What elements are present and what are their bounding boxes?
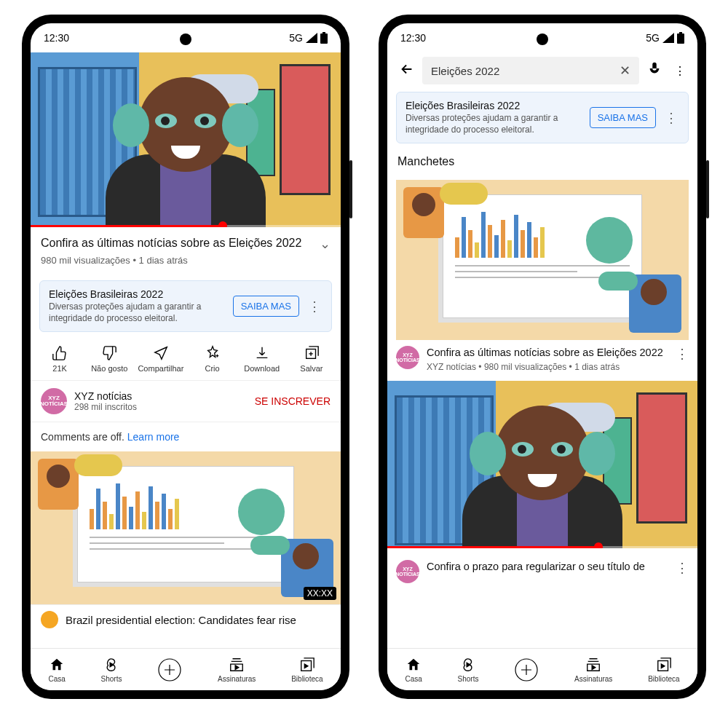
status-time: 12:30 — [400, 32, 426, 44]
result-channel-avatar-2[interactable]: XYZ NOTÍCIAS — [396, 560, 419, 583]
nav-create[interactable] — [157, 657, 182, 682]
mic-button[interactable] — [642, 57, 667, 84]
dislike-button[interactable]: Não gosto — [88, 345, 130, 373]
signal-icon — [662, 33, 674, 43]
banner-title: Eleições Brasileiras 2022 — [405, 100, 582, 111]
video-progress — [387, 546, 697, 548]
channel-avatar[interactable]: XYZ NOTÍCIAS — [41, 388, 67, 414]
result-title: Confira as últimas notícias sobre as Ele… — [427, 346, 668, 360]
content-area: Confira as últimas notícias sobre as Ele… — [31, 52, 341, 648]
back-button[interactable] — [395, 57, 419, 84]
banner-title: Eleições Brasileiras 2022 — [49, 288, 226, 300]
learn-more-button[interactable]: SAIBA MAS — [233, 296, 299, 317]
search-query-text: Eleições 2022 — [431, 65, 499, 77]
more-options-icon[interactable]: ⋮ — [670, 60, 690, 82]
result-more-icon[interactable]: ⋮ — [676, 560, 689, 576]
result-channel-avatar[interactable]: XYZ NOTÍCIAS — [396, 346, 419, 369]
search-input[interactable]: Eleições 2022 ✕ — [422, 57, 639, 84]
phone-right: 12:30 5G Eleições 2022 ✕ ⋮ — [379, 15, 706, 699]
nav-home[interactable]: Casa — [48, 657, 65, 683]
result-thumbnail[interactable] — [396, 180, 689, 340]
result-thumbnail-2[interactable] — [387, 381, 697, 548]
video-info[interactable]: Confira as últimas notícias sobre as Ele… — [31, 227, 341, 274]
banner-desc: Diversas proteções ajudam a garantir a i… — [405, 113, 582, 135]
nav-home[interactable]: Casa — [405, 657, 422, 683]
create-button[interactable]: Crio — [191, 345, 234, 373]
nav-shorts[interactable]: Shorts — [458, 657, 479, 683]
content-area: Eleições Brasileiras 2022 Diversas prote… — [387, 89, 697, 648]
banner-desc: Diversas proteções ajudam a garantir a i… — [49, 301, 226, 324]
search-result-1[interactable]: XYZ NOTÍCIAS Confira as últimas notícias… — [387, 174, 697, 381]
download-button[interactable]: Download — [241, 345, 283, 373]
election-info-banner: Eleições Brasileiras 2022 Diversas prote… — [396, 92, 689, 143]
video-meta: 980 mil visualizações • 1 dias atrás — [41, 255, 331, 266]
like-button[interactable]: 21K — [39, 345, 81, 373]
next-video-thumbnail[interactable]: XX:XX — [31, 451, 341, 604]
nav-subscriptions[interactable]: Assinaturas — [218, 657, 256, 683]
comments-off-notice: Comments are off. Learn more — [31, 422, 341, 451]
camera-notch — [180, 33, 191, 45]
learn-more-button[interactable]: SAIBA MAS — [590, 107, 656, 128]
status-time: 12:30 — [44, 32, 69, 44]
result-more-icon[interactable]: ⋮ — [676, 346, 689, 362]
nav-create[interactable] — [514, 657, 539, 682]
signal-icon — [306, 33, 317, 43]
save-button[interactable]: Salvar — [290, 345, 333, 373]
chevron-down-icon[interactable]: ⌄ — [320, 236, 331, 252]
election-info-banner: Eleições Brasileiras 2022 Diversas prote… — [39, 280, 332, 332]
video-title: Confira as últimas notícias sobre as Ele… — [41, 236, 312, 251]
next-video-title-row[interactable]: Brazil presidential election: Candidates… — [31, 604, 341, 634]
channel-subs: 298 mil inscritos — [74, 402, 248, 412]
banner-more-icon[interactable]: ⋮ — [306, 299, 323, 315]
phone-left: 12:30 5G — [22, 15, 349, 699]
section-headlines: Manchetes — [387, 149, 697, 174]
subscribe-button[interactable]: SE INSCREVER — [255, 395, 331, 407]
next-channel-avatar — [41, 611, 58, 628]
banner-more-icon[interactable]: ⋮ — [663, 110, 679, 126]
result-title-2: Confira o prazo para regularizar o seu t… — [427, 560, 668, 574]
bottom-nav: Casa Shorts Assinaturas Biblioteca — [31, 648, 341, 690]
clear-search-icon[interactable]: ✕ — [620, 63, 630, 79]
next-video-title: Brazil presidential election: Candidates… — [66, 614, 296, 626]
video-progress[interactable] — [31, 225, 341, 227]
screen-right: 12:30 5G Eleições 2022 ✕ ⋮ — [387, 23, 697, 690]
channel-name: XYZ notícias — [74, 390, 248, 402]
svg-rect-1 — [323, 32, 325, 33]
search-header: Eleições 2022 ✕ ⋮ — [387, 52, 697, 89]
share-button[interactable]: Compartilhar — [138, 345, 183, 373]
svg-rect-5 — [677, 33, 684, 44]
result-meta: XYZ notícias • 980 mil visualizações • 1… — [427, 362, 668, 372]
network-label: 5G — [289, 32, 303, 44]
network-label: 5G — [646, 32, 660, 44]
nav-library[interactable]: Biblioteca — [648, 657, 679, 683]
camera-notch — [537, 33, 548, 45]
video-player[interactable] — [31, 52, 341, 227]
nav-shorts[interactable]: Shorts — [101, 657, 122, 683]
battery-icon — [677, 32, 684, 44]
nav-library[interactable]: Biblioteca — [291, 657, 323, 683]
nav-subscriptions[interactable]: Assinaturas — [574, 657, 612, 683]
channel-row[interactable]: XYZ NOTÍCIAS XYZ notícias 298 mil inscri… — [31, 381, 341, 422]
bottom-nav: Casa Shorts Assinaturas Biblioteca — [387, 648, 697, 690]
svg-rect-0 — [320, 33, 328, 44]
battery-icon — [320, 32, 328, 44]
screen-left: 12:30 5G — [31, 23, 341, 690]
svg-rect-6 — [679, 32, 682, 33]
duration-badge: XX:XX — [304, 587, 336, 600]
comments-learn-more-link[interactable]: Learn more — [127, 431, 180, 443]
actions-row: 21K Não gosto Compartilhar Crio Download — [31, 338, 341, 381]
